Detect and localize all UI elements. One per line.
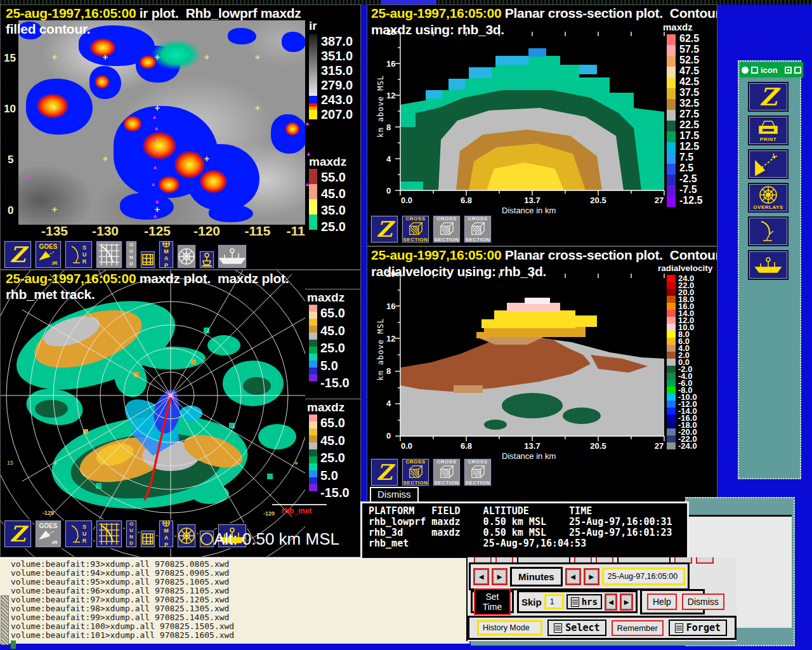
colorbar-swatch — [667, 415, 676, 421]
cross-section-button[interactable]: CROSSSECTION — [432, 215, 461, 244]
zebra-button[interactable]: Z — [3, 519, 32, 548]
dismiss-button[interactable]: Dismiss — [370, 487, 419, 503]
maxdz-colorbar — [309, 305, 317, 381]
ship-button[interactable] — [748, 250, 789, 280]
radardish-button[interactable] — [748, 216, 789, 246]
gridmap-button[interactable] — [95, 519, 123, 548]
tick-label: 25.0 — [320, 341, 345, 355]
zebra-button[interactable]: Z — [3, 240, 32, 269]
buoy-button[interactable] — [199, 250, 215, 269]
map-button[interactable]: MAP — [158, 519, 174, 548]
colorbar-swatch — [309, 347, 317, 354]
smallgrid-button[interactable] — [140, 250, 156, 269]
dismiss-button[interactable]: Dismiss — [682, 594, 724, 610]
sur-button[interactable]: SUR — [64, 519, 93, 548]
window-title: icon — [761, 65, 782, 75]
cross-section-button[interactable]: CROSSSECTION — [432, 458, 461, 487]
list-icon — [675, 623, 683, 633]
colorbar-swatch — [309, 361, 317, 368]
terminal-window[interactable]: volume:beaufait:93>xdump.all 970825.0805… — [0, 557, 470, 644]
skip-input[interactable]: 1 — [544, 594, 564, 609]
cross-section-plot[interactable] — [393, 270, 667, 442]
tick-label: 52.5 — [679, 55, 699, 66]
tick-label: 27.5 — [679, 109, 699, 120]
time-input[interactable]: 25-Aug-97,16:05:00 — [602, 567, 685, 585]
goes-button[interactable]: GOES.IR — [34, 519, 62, 548]
satellite-button[interactable] — [748, 149, 789, 179]
minutes-button[interactable]: Minutes — [510, 567, 563, 587]
map-button[interactable]: MAP — [158, 240, 174, 269]
zebra-button[interactable]: Z — [370, 458, 399, 487]
cross-section-button[interactable]: CROSSSECTION — [463, 215, 492, 244]
bounds-button[interactable]: BOUNDS — [125, 519, 138, 548]
track-legend-label: rhb_met — [282, 507, 311, 515]
ship-button[interactable] — [217, 244, 247, 269]
tick-label: -15.0 — [320, 376, 350, 390]
timestamp: 25-aug-1997,16:05:00 — [371, 6, 501, 20]
sur-button[interactable]: SUR — [64, 240, 93, 269]
terminal-scrollbar[interactable] — [1, 595, 9, 645]
window-minimize-icon[interactable] — [751, 67, 758, 74]
window-border-accent — [381, 0, 436, 4]
cross-section-button[interactable]: CROSSSECTION — [401, 215, 430, 244]
window-restore-icon[interactable] — [794, 67, 801, 74]
overlays-button[interactable]: OVERLAYS — [748, 183, 789, 213]
right-arrow-icon: ▶ — [621, 595, 632, 609]
tick-label: 0.0 — [401, 196, 412, 205]
graticule-mark: + — [52, 51, 58, 62]
tick-label: -2.5 — [679, 173, 697, 185]
smallgrid-button[interactable] — [140, 529, 156, 548]
circle-button[interactable] — [199, 529, 215, 548]
cross-section-plot[interactable] — [393, 28, 667, 197]
ppi-toolbar: ZGOES.IRSURBOUNDSMAP — [3, 519, 247, 548]
colorbar-swatch — [667, 435, 676, 442]
colorbar-swatch — [667, 408, 676, 415]
compass-button[interactable] — [176, 244, 197, 269]
satellite-image[interactable]: + + + + + + + + + + + + ▲ ▲ ▲ ▲ ▲ ▲ ▲ ▲ … — [18, 20, 305, 225]
goes-button[interactable]: GOES.IR — [34, 240, 62, 269]
step-back-button[interactable]: ◀ — [565, 568, 581, 585]
left-arrow-icon: ◀ — [475, 569, 488, 584]
help-button[interactable]: Help — [647, 594, 677, 610]
colorbar-swatch — [309, 456, 317, 463]
compass-button[interactable] — [176, 523, 197, 548]
tick-label: 5.0 — [320, 359, 338, 373]
select-button[interactable]: Select — [547, 620, 606, 636]
print-button[interactable]: PRINT — [748, 116, 789, 145]
icon-panel-titlebar[interactable]: icon — [740, 62, 803, 77]
window-maximize-icon[interactable] — [785, 67, 792, 74]
tick-label: 8 — [386, 123, 391, 132]
colorbar-label: maxdz — [307, 291, 344, 305]
help-dismiss-frame: Help Dismiss — [640, 589, 705, 614]
bounds-button[interactable]: BOUNDS — [125, 240, 138, 269]
tick-label: 16 — [386, 302, 395, 311]
forget-button[interactable]: Forget — [669, 620, 727, 636]
set-time-button[interactable]: Set Time — [474, 588, 511, 615]
remember-button[interactable]: Remember — [612, 620, 664, 636]
colorbar-swatch — [309, 354, 317, 361]
tick-label: 279.0 — [321, 78, 353, 93]
colorbar-swatch — [309, 319, 317, 326]
skip-forward-button[interactable]: ▶ — [620, 594, 633, 611]
history-mode-input[interactable]: History Mode — [477, 620, 542, 635]
graticule-mark: + — [53, 458, 58, 468]
hrs-menu-button[interactable]: hrs — [566, 594, 602, 609]
colorbar-swatch — [667, 401, 676, 408]
colorbar-swatch — [667, 164, 676, 175]
cross-section-button[interactable]: CROSSSECTION — [463, 458, 492, 487]
gridmap-button[interactable] — [95, 240, 123, 269]
window-menu-icon[interactable] — [742, 67, 749, 74]
step-forward-button[interactable]: ▶ — [492, 568, 508, 585]
graticule-mark: + — [255, 51, 261, 62]
tick-label: -11 — [286, 223, 304, 239]
zebra-button[interactable]: Z — [748, 82, 789, 112]
step-back-button[interactable]: ◀ — [473, 568, 489, 585]
step-forward-button[interactable]: ▶ — [584, 568, 599, 585]
x-axis-label: Distance in km — [502, 206, 556, 215]
zebra-button[interactable]: Z — [370, 215, 399, 244]
tick-label: 12 — [386, 334, 395, 343]
cross-section-button[interactable]: CROSSSECTION — [401, 458, 430, 487]
colorbar-swatch — [309, 333, 317, 340]
graticule-mark: + — [52, 102, 58, 113]
skip-back-button[interactable]: ◀ — [605, 594, 618, 611]
